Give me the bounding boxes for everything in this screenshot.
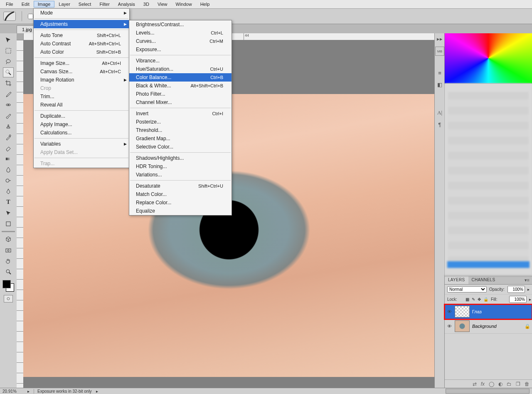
menu-item[interactable]: Mode▶ — [34, 9, 129, 17]
menu-filter[interactable]: Filter — [95, 1, 113, 7]
menu-file[interactable]: File — [2, 1, 17, 7]
layer-fx-icon[interactable]: fx — [481, 381, 485, 387]
layer-item[interactable]: 👁Глаз — [445, 305, 532, 319]
menu-item[interactable]: Image Rotation▶ — [34, 76, 129, 84]
quick-selection-tool[interactable] — [3, 67, 14, 77]
menu-item[interactable]: Channel Mixer... — [129, 98, 232, 107]
eraser-tool[interactable] — [3, 143, 14, 153]
menu-item[interactable]: InvertCtrl+I — [129, 109, 232, 118]
menu-item[interactable]: Exposure... — [129, 45, 232, 54]
menu-item[interactable]: Canvas Size...Alt+Ctrl+C — [34, 67, 129, 76]
clone-stamp-tool[interactable] — [3, 121, 14, 131]
history-brush-tool[interactable] — [3, 132, 14, 142]
adjustments-icon[interactable]: ≡ — [436, 69, 443, 77]
menu-item[interactable]: Curves...Ctrl+M — [129, 37, 232, 45]
blur-tool[interactable] — [3, 165, 14, 175]
layer-item[interactable]: 👁Background🔒 — [445, 319, 532, 334]
3d-tool[interactable] — [3, 234, 14, 244]
menu-item[interactable]: Image Size...Alt+Ctrl+I — [34, 59, 129, 67]
menu-item[interactable]: Variations... — [129, 171, 232, 179]
expand-icon[interactable]: ▸▸ — [436, 35, 443, 42]
menu-item[interactable]: Vibrance... — [129, 57, 232, 65]
lock-position-icon[interactable]: ✥ — [478, 297, 481, 302]
menu-item[interactable]: Levels...Ctrl+L — [129, 29, 232, 37]
type-tool[interactable]: T — [3, 197, 14, 207]
status-flyout-icon[interactable]: ▸ — [27, 389, 30, 394]
menu-item[interactable]: Adjustments▶ — [34, 20, 129, 28]
menu-image[interactable]: Image — [34, 1, 55, 7]
menu-item[interactable]: Hue/Saturation...Ctrl+U — [129, 65, 232, 73]
menu-window[interactable]: Window — [172, 1, 196, 7]
menu-layer[interactable]: Layer — [54, 1, 74, 7]
crop-tool[interactable] — [3, 78, 14, 88]
menu-item[interactable]: Selective Color... — [129, 143, 232, 151]
history-panel-blurred[interactable] — [445, 84, 532, 276]
menu-item[interactable]: Match Color... — [129, 190, 232, 198]
layer-name[interactable]: Background — [472, 324, 522, 329]
move-tool[interactable] — [3, 35, 14, 45]
sample-all-layers-checkbox[interactable] — [28, 14, 33, 19]
visibility-icon[interactable]: 👁 — [446, 323, 452, 329]
brush-tool[interactable] — [3, 111, 14, 121]
menu-3d[interactable]: 3D — [139, 1, 153, 7]
masks-icon[interactable]: ◧ — [436, 81, 443, 88]
healing-brush-tool[interactable] — [3, 100, 14, 110]
delete-layer-icon[interactable]: 🗑 — [525, 381, 530, 387]
menu-analysis[interactable]: Analysis — [114, 1, 139, 7]
menu-item[interactable]: Reveal All — [34, 101, 129, 109]
menu-item[interactable]: Apply Image... — [34, 120, 129, 129]
new-layer-icon[interactable]: ❐ — [516, 381, 520, 387]
lock-transparent-icon[interactable]: ▦ — [466, 297, 469, 302]
menu-item[interactable]: Replace Color... — [129, 198, 232, 207]
lasso-tool[interactable] — [3, 57, 14, 67]
menu-item[interactable]: Posterize... — [129, 118, 232, 126]
menu-item[interactable]: HDR Toning... — [129, 162, 232, 171]
pen-tool[interactable] — [3, 186, 14, 196]
menu-item[interactable]: Duplicate... — [34, 112, 129, 120]
menu-item[interactable]: Variables▶ — [34, 140, 129, 148]
menu-item[interactable]: Color Balance...Ctrl+B — [129, 73, 232, 82]
opacity-input[interactable] — [507, 286, 525, 293]
fill-flyout-icon[interactable]: ▸ — [529, 297, 531, 302]
path-selection-tool[interactable] — [3, 208, 14, 218]
zoom-tool[interactable] — [3, 267, 14, 277]
menu-item[interactable]: Gradient Map... — [129, 134, 232, 143]
fill-input[interactable] — [509, 296, 527, 303]
dodge-tool[interactable] — [3, 176, 14, 186]
shape-tool[interactable] — [3, 219, 14, 229]
menu-item[interactable]: Black & White...Alt+Shift+Ctrl+B — [129, 82, 232, 90]
visibility-icon[interactable]: 👁 — [446, 309, 452, 315]
group-icon[interactable]: 🗀 — [507, 381, 512, 387]
marquee-tool[interactable] — [3, 46, 14, 56]
link-layers-icon[interactable]: ⇄ — [473, 381, 477, 387]
lock-pixels-icon[interactable]: ✎ — [472, 297, 475, 302]
color-swatches[interactable] — [2, 280, 14, 292]
camera-tool[interactable] — [3, 245, 14, 255]
menu-item[interactable]: Shadows/Highlights... — [129, 154, 232, 162]
brush-preset[interactable] — [3, 12, 16, 21]
lock-all-icon[interactable]: 🔒 — [483, 297, 488, 302]
character-icon[interactable]: A| — [436, 109, 443, 116]
menu-item[interactable]: Auto ToneShift+Ctrl+L — [34, 31, 129, 40]
gradient-tool[interactable] — [3, 154, 14, 164]
mb-icon[interactable]: MB — [435, 47, 444, 56]
menu-select[interactable]: Select — [74, 1, 96, 7]
menu-view[interactable]: View — [153, 1, 172, 7]
menu-item[interactable]: Trim... — [34, 92, 129, 101]
panel-menu-icon[interactable]: ▾≡ — [522, 276, 532, 284]
menu-item[interactable]: Brightness/Contrast... — [129, 20, 232, 29]
layer-name[interactable]: Глаз — [472, 309, 530, 314]
adjustment-layer-icon[interactable]: ◐ — [498, 381, 502, 387]
menu-edit[interactable]: Edit — [17, 1, 34, 7]
zoom-level[interactable]: 20.91% — [2, 389, 23, 394]
menu-item[interactable]: DesaturateShift+Ctrl+U — [129, 182, 232, 190]
foreground-color[interactable] — [2, 280, 11, 288]
color-panel[interactable] — [445, 33, 532, 84]
status-flyout-icon[interactable]: ▸ — [96, 389, 98, 394]
menu-item[interactable]: Equalize — [129, 207, 232, 215]
eyedropper-tool[interactable] — [3, 89, 14, 99]
paragraph-icon[interactable]: ¶ — [436, 121, 443, 128]
quick-mask-toggle[interactable] — [4, 295, 13, 302]
menu-item[interactable]: Calculations... — [34, 129, 129, 137]
hand-tool[interactable] — [3, 256, 14, 266]
